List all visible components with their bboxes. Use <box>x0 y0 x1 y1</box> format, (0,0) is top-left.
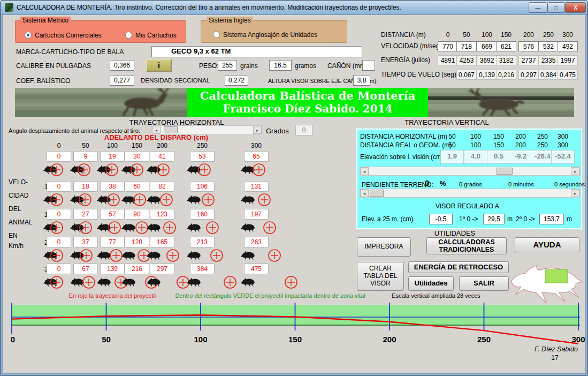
target-icon <box>205 221 219 235</box>
adelanto-column-header: 0 <box>47 142 71 149</box>
peso-grains-input[interactable]: 255 <box>218 60 237 71</box>
target-icon <box>223 275 237 289</box>
scroll-thumb[interactable] <box>370 190 384 197</box>
target-icon <box>50 275 64 289</box>
energia-retroceso-button[interactable]: ENERGÍA DE RETROCESO <box>408 261 509 273</box>
impresora-button[interactable]: IMPRESORA <box>357 237 411 257</box>
minimize-button[interactable]: — <box>529 2 547 13</box>
scroll-right-arrow[interactable]: ► <box>253 126 262 134</box>
dist-horizontal-value: 300 <box>552 133 574 140</box>
elevacion-value-cell: 0.5 <box>487 151 510 163</box>
adelanto-column-header: 100 <box>100 142 125 149</box>
ballistics-value-cell: 532 <box>538 41 559 51</box>
densidad-label: DENSIDAD SECCIONAL <box>141 77 210 84</box>
app-icon <box>5 3 13 12</box>
target-icon <box>108 221 121 235</box>
pendiente-scrollbar[interactable]: ◄► <box>360 189 580 198</box>
zero1-input[interactable]: 29,5 <box>483 214 505 224</box>
target-icon <box>50 163 64 177</box>
elevacion-value-cell: 4.0 <box>464 151 487 163</box>
peso-gramos-input[interactable]: 16,5 <box>269 60 292 71</box>
adelanto-value-cell: 123 <box>150 209 174 220</box>
calibre-input[interactable]: 0,366 <box>110 60 134 71</box>
scroll-left-arrow[interactable]: ◄ <box>360 189 369 197</box>
adelanto-column-header: 200 <box>150 142 174 149</box>
altura-visor-input[interactable]: 3,8 <box>353 75 370 86</box>
grains-label: grains <box>240 62 258 70</box>
ballistics-value-cell: 0,475 <box>558 70 578 80</box>
ballistics-row-label: TIEMPO DE VUELO (seg) <box>381 71 453 78</box>
elev25-input[interactable]: -0,5 <box>429 214 453 224</box>
target-icon <box>166 249 180 262</box>
info-button[interactable]: i <box>146 59 172 72</box>
elevacion-label: Elevación sobre l. visión (cm) <box>360 153 444 161</box>
elevacion-scrollbar[interactable]: ◄► <box>360 167 580 176</box>
vital-zone-rect <box>545 269 567 283</box>
boar-icon <box>240 222 256 234</box>
adelanto-value-cell: 120 <box>125 237 149 247</box>
radio-mis-cartuchos-label: Mis Cartuchos <box>135 32 177 39</box>
zero2-input[interactable]: 153,7 <box>539 214 564 224</box>
adelanto-column-header: 150 <box>125 142 149 149</box>
salir-button[interactable]: SALIR <box>459 276 509 291</box>
pendiente-grados: 0 grados <box>459 181 482 187</box>
ballistics-value-cell: 576 <box>518 41 539 51</box>
adelanto-column-header: 50 <box>73 142 98 149</box>
scroll-left-arrow[interactable]: ◄ <box>360 167 369 175</box>
boar-icon <box>120 277 136 289</box>
adelanto-value-cell: 263 <box>244 237 269 247</box>
scroll-right-arrow[interactable]: ► <box>571 167 579 175</box>
radio-sistema-anglosajon[interactable] <box>213 31 220 38</box>
zero1-unit: m <box>507 215 513 223</box>
marca-input[interactable]: GECO 9,3 x 62 TM <box>151 46 362 57</box>
chart-x-tick-label: 300 <box>571 335 585 344</box>
pendiente-label: PENDIENTE TERRENO: <box>362 181 433 189</box>
scroll-right-arrow[interactable]: ► <box>571 189 579 197</box>
ballistics-value-cell: 492 <box>558 41 578 51</box>
crear-tabla-visor-button[interactable]: CREAR TABLA DEL VISOR <box>357 262 404 291</box>
ballistics-value-cell: 4253 <box>456 55 477 65</box>
ballistics-value-cell: 621 <box>496 41 516 51</box>
adelanto-value-cell: 197 <box>244 209 269 220</box>
banner-line2: Francisco Díez Sabido. 2014 <box>223 102 393 116</box>
adelanto-value-cell: 0 <box>47 209 71 220</box>
ballistics-value-cell: 0,216 <box>496 70 516 80</box>
utilidades-title: UTILIDADES <box>407 229 503 237</box>
canon-input[interactable] <box>362 60 375 71</box>
distance-header-value: 300 <box>557 31 578 39</box>
distance-header-value: 150 <box>495 31 517 39</box>
adelanto-value-cell: 53 <box>190 151 215 162</box>
adelanto-value-cell: 30 <box>125 151 149 162</box>
chart-x-tick-label: 100 <box>194 335 207 344</box>
distance-header-value: 250 <box>538 31 559 39</box>
radio-cartuchos-comerciales[interactable] <box>25 32 32 39</box>
scroll-thumb[interactable] <box>164 126 178 133</box>
pendiente-segundos: 0 segundos <box>554 181 585 187</box>
coef-input[interactable]: 0,277 <box>110 75 134 86</box>
distance-header-value: 100 <box>476 31 498 39</box>
boar-vital-zone-image <box>509 260 583 306</box>
adelanto-value-cell: 77 <box>100 237 125 247</box>
grados-input[interactable]: 0 <box>295 125 312 136</box>
scroll-left-arrow[interactable]: ◄ <box>152 126 161 134</box>
close-button[interactable]: X <box>565 2 586 13</box>
angulo-scrollbar[interactable]: ◄► <box>151 125 262 134</box>
elevacion-value-cell: -52.4 <box>552 151 574 163</box>
adelanto-value-cell: 38 <box>100 181 125 192</box>
animal-speed-axis-label: Km/h <box>9 242 41 250</box>
target-icon <box>163 221 177 235</box>
ayuda-button[interactable]: AYUDA <box>515 237 579 252</box>
adelanto-value-cell: 19 <box>100 151 125 162</box>
adelanto-value-cell: 41 <box>150 151 174 162</box>
densidad-input[interactable]: 0,272 <box>225 75 248 86</box>
maximize-button[interactable]: □ <box>547 2 565 13</box>
adelanto-value-cell: 106 <box>190 181 215 192</box>
target-icon <box>50 249 64 262</box>
scroll-thumb[interactable] <box>497 168 513 175</box>
target-icon <box>263 221 277 235</box>
utilidades-button[interactable]: Utilidades <box>408 276 454 291</box>
radio-mis-cartuchos[interactable] <box>125 32 132 39</box>
calculadoras-tradicionales-button[interactable]: CALCULADORAS TRADICIONALES <box>426 237 507 254</box>
photo-right-deer <box>428 88 574 117</box>
dist-real-value: 250 <box>532 141 553 149</box>
